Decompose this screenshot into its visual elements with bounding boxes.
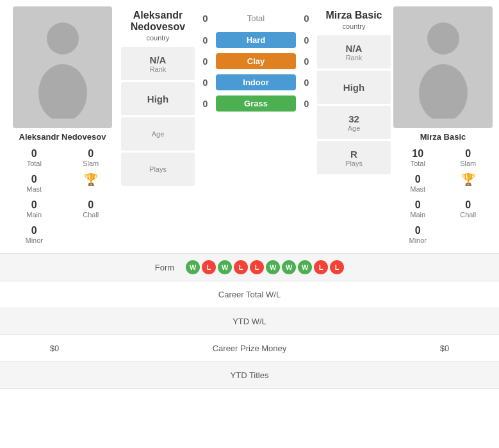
ytd-wl-row: YTD W/L: [0, 308, 499, 335]
ytd-titles-row: YTD Titles: [0, 362, 499, 389]
svg-point-2: [427, 22, 459, 54]
left-rank-box: N/A Rank: [121, 47, 195, 80]
right-title-block: Mirza Basic country: [317, 6, 391, 33]
svg-point-3: [419, 64, 468, 119]
surface-hard-badge: Hard: [216, 32, 296, 48]
left-player-avatar: [13, 6, 112, 128]
career-prize-left: $0: [13, 344, 96, 353]
left-stat-slam: 0 Slam: [63, 145, 119, 170]
left-stat-mast: 0 Mast: [6, 171, 62, 195]
left-country: country: [121, 34, 195, 42]
svg-point-1: [38, 64, 87, 119]
ytd-wl-label: YTD W/L: [96, 317, 403, 326]
left-title-block: AleksandrNedovesov country: [121, 6, 195, 45]
ytd-titles-label: YTD Titles: [96, 370, 403, 380]
form-badge-w: W: [218, 260, 232, 274]
form-badge-l: L: [202, 260, 216, 274]
surface-row-hard: 0 Hard 0: [197, 30, 315, 50]
right-rank-box: N/A Rank: [317, 35, 391, 69]
svg-point-0: [47, 22, 79, 54]
form-badge-w: W: [186, 260, 200, 274]
court-total-row: 0 Total 0: [197, 6, 315, 29]
right-stat-mast: 0 Mast: [393, 171, 443, 195]
form-badge-w: W: [266, 260, 280, 274]
surface-row-clay: 0 Clay 0: [197, 51, 315, 71]
main-container: Aleksandr Nedovesov 0 Total 0 Slam 0 Mas…: [0, 0, 499, 389]
left-player-card: Aleksandr Nedovesov 0 Total 0 Slam 0 Mas…: [6, 6, 119, 247]
form-badge-l: L: [250, 260, 264, 274]
left-trophy-icon: 🏆: [63, 171, 119, 195]
left-age-box: Age: [121, 117, 195, 151]
surface-clay-badge: Clay: [216, 53, 296, 69]
right-stat-chall: 0 Chall: [444, 197, 493, 221]
career-prize-label: Career Prize Money: [96, 344, 403, 353]
court-total-left: 0: [197, 13, 213, 24]
right-age-box: 32 Age: [317, 106, 391, 139]
players-section: Aleksandr Nedovesov 0 Total 0 Slam 0 Mas…: [0, 0, 499, 247]
surface-indoor-badge: Indoor: [216, 74, 296, 90]
surface-row-grass: 0 Grass 0: [197, 94, 315, 113]
surface-row-indoor: 0 Indoor 0: [197, 72, 315, 92]
form-badge-w: W: [282, 260, 296, 274]
form-badges: WLWLLWWWLL: [186, 260, 344, 274]
left-plays-box: Plays: [121, 153, 195, 186]
right-country: country: [317, 22, 391, 30]
right-plays-box: R Plays: [317, 141, 391, 174]
left-high-box: High: [121, 82, 195, 115]
surface-grass-badge: Grass: [216, 95, 296, 112]
court-total-label: Total: [216, 13, 296, 23]
right-trophy-icon: 🏆: [444, 171, 493, 195]
form-text-label: Form: [155, 263, 174, 272]
career-total-label: Career Total W/L: [96, 290, 403, 299]
right-info-panel: Mirza Basic country N/A Rank High 32 Age…: [317, 6, 391, 247]
stats-rows: Form WLWLLWWWLL Career Total W/L YTD W/L…: [0, 253, 499, 389]
form-badge-l: L: [234, 260, 248, 274]
form-badge-l: L: [330, 260, 344, 274]
career-prize-row: $0 Career Prize Money $0: [0, 335, 499, 362]
right-name-large: Mirza Basic: [317, 10, 391, 21]
left-player-stats: 0 Total 0 Slam 0 Mast 🏆 0 Main: [6, 145, 119, 247]
career-total-row: Career Total W/L: [0, 281, 499, 308]
right-stat-slam: 0 Slam: [444, 145, 493, 170]
left-name-large: AleksandrNedovesov: [121, 10, 195, 33]
right-stat-minor: 0 Minor: [393, 222, 443, 247]
form-badge-w: W: [298, 260, 312, 274]
left-stat-chall: 0 Chall: [63, 197, 119, 221]
right-stat-total: 10 Total: [393, 145, 443, 170]
right-high-box: High: [317, 71, 391, 104]
right-player-stats: 10 Total 0 Slam 0 Mast 🏆 0 Main: [393, 145, 493, 247]
left-info-panel: AleksandrNedovesov country N/A Rank High…: [121, 6, 195, 247]
right-player-avatar: [393, 6, 493, 128]
left-stat-total: 0 Total: [6, 145, 62, 170]
form-row: Form WLWLLWWWLL: [0, 254, 499, 281]
career-prize-right: $0: [403, 344, 486, 353]
court-total-right: 0: [299, 13, 315, 24]
right-player-name: Mirza Basic: [420, 132, 466, 142]
left-stat-minor: 0 Minor: [6, 222, 62, 247]
right-player-card: Mirza Basic 10 Total 0 Slam 0 Mast 🏆: [393, 6, 493, 247]
form-label: Form WLWLLWWWLL: [96, 260, 403, 274]
court-panel: 0 Total 0 0 Hard 0 0 Clay 0 0 Indoor 0 0: [197, 6, 315, 247]
left-player-name: Aleksandr Nedovesov: [19, 132, 106, 142]
form-badge-l: L: [314, 260, 328, 274]
